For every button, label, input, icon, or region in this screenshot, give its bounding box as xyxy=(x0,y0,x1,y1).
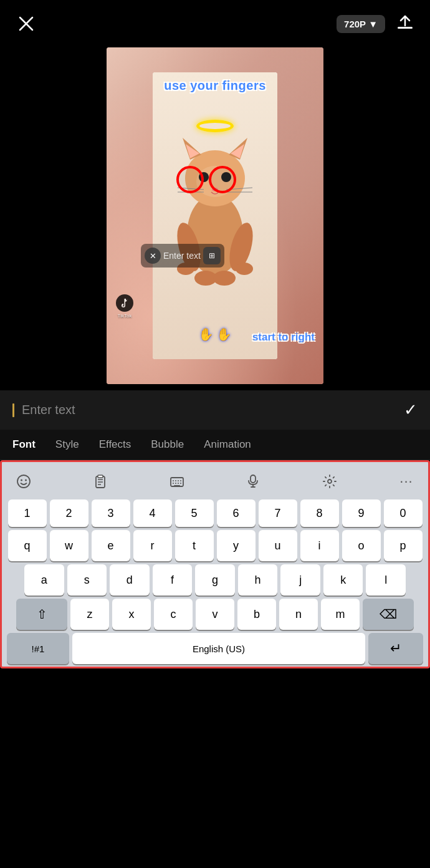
key-2[interactable]: 2 xyxy=(50,499,88,527)
glass-right xyxy=(209,166,236,193)
keyboard-bottom-row: !#1 English (US) ↵ xyxy=(4,633,426,664)
key-1[interactable]: 1 xyxy=(8,499,47,527)
key-t[interactable]: t xyxy=(175,530,214,561)
close-button[interactable] xyxy=(12,10,40,37)
keyboard-toolbar: ··· xyxy=(4,467,426,499)
key-4[interactable]: 4 xyxy=(133,499,172,527)
halo-decoration xyxy=(196,120,234,132)
key-j[interactable]: j xyxy=(280,564,320,596)
quality-selector[interactable]: 720P ▼ xyxy=(337,15,385,33)
text-cursor xyxy=(12,403,14,417)
key-5[interactable]: 5 xyxy=(175,499,214,527)
key-p[interactable]: p xyxy=(384,530,423,561)
more-options-icon[interactable]: ··· xyxy=(394,470,418,493)
top-right-controls: 720P ▼ xyxy=(337,11,418,36)
microphone-icon[interactable] xyxy=(241,470,265,493)
key-o[interactable]: o xyxy=(342,530,381,561)
tab-effects[interactable]: Effects xyxy=(99,438,131,451)
key-h[interactable]: h xyxy=(238,564,278,596)
cat-area: ✋ ✋ xyxy=(153,72,277,359)
letter-row-3: ⇧ z x c v b n m ⌫ xyxy=(4,599,426,630)
svg-point-24 xyxy=(21,480,22,481)
settings-icon[interactable] xyxy=(318,470,342,493)
svg-point-25 xyxy=(25,480,27,481)
svg-rect-31 xyxy=(171,478,183,486)
svg-rect-41 xyxy=(251,475,256,483)
text-input-placeholder[interactable]: Enter text xyxy=(22,403,396,417)
key-6[interactable]: 6 xyxy=(217,499,256,527)
key-9[interactable]: 9 xyxy=(342,499,381,527)
top-bar: 720P ▼ xyxy=(0,0,430,47)
key-a[interactable]: a xyxy=(24,564,64,596)
key-c[interactable]: c xyxy=(154,599,193,630)
key-x[interactable]: x xyxy=(112,599,151,630)
enter-text-label: Enter text xyxy=(163,251,201,261)
upload-button[interactable] xyxy=(393,11,418,36)
key-d[interactable]: d xyxy=(110,564,150,596)
svg-point-44 xyxy=(328,480,332,483)
tiktok-logo xyxy=(116,294,133,312)
number-row: 1 2 3 4 5 6 7 8 9 0 xyxy=(4,499,426,527)
video-frame: ✋ ✋ use your fingers TikTok ✕ Enter text… xyxy=(107,47,323,384)
enter-text-bubble[interactable]: ✕ Enter text ⊞ xyxy=(141,244,224,268)
key-s[interactable]: s xyxy=(67,564,107,596)
hands-decoration: ✋ ✋ xyxy=(198,327,232,342)
key-n[interactable]: n xyxy=(279,599,318,630)
clipboard-icon[interactable] xyxy=(88,470,112,493)
numeral-key[interactable]: !#1 xyxy=(7,633,69,664)
tab-font[interactable]: Font xyxy=(12,438,36,451)
tab-animation[interactable]: Animation xyxy=(204,438,251,451)
key-i[interactable]: i xyxy=(300,530,339,561)
confirm-button[interactable]: ✓ xyxy=(404,400,418,420)
svg-point-23 xyxy=(17,475,30,488)
key-y[interactable]: y xyxy=(217,530,256,561)
svg-rect-2 xyxy=(398,27,413,29)
glasses-decoration xyxy=(176,166,236,193)
key-3[interactable]: 3 xyxy=(92,499,130,527)
svg-point-20 xyxy=(236,263,253,275)
key-r[interactable]: r xyxy=(133,530,172,561)
svg-point-22 xyxy=(213,271,236,286)
glass-left xyxy=(176,166,204,193)
key-e[interactable]: e xyxy=(92,530,130,561)
overlay-text-bottom: start to right xyxy=(252,331,315,344)
letter-row-2: a s d f g h j k l xyxy=(4,564,426,596)
space-key[interactable]: English (US) xyxy=(72,633,365,664)
keyboard: ··· 1 2 3 4 5 6 7 8 9 0 q w e r t y u i … xyxy=(0,460,430,668)
key-b[interactable]: b xyxy=(237,599,276,630)
tiktok-watermark: TikTok xyxy=(116,294,133,319)
delete-key[interactable]: ⌫ xyxy=(363,599,414,630)
keyboard-layout-icon[interactable] xyxy=(165,470,189,493)
tab-style[interactable]: Style xyxy=(55,438,79,451)
key-l[interactable]: l xyxy=(366,564,406,596)
tiktok-label: TikTok xyxy=(118,313,132,319)
key-w[interactable]: w xyxy=(50,530,88,561)
tab-bubble[interactable]: Bubble xyxy=(151,438,184,451)
key-v[interactable]: v xyxy=(196,599,234,630)
preview-container: ✋ ✋ use your fingers TikTok ✕ Enter text… xyxy=(0,47,430,390)
key-z[interactable]: z xyxy=(70,599,109,630)
key-m[interactable]: m xyxy=(321,599,360,630)
copy-icon-button[interactable]: ⊞ xyxy=(203,247,221,264)
key-u[interactable]: u xyxy=(259,530,297,561)
overlay-text-top: use your fingers xyxy=(107,79,323,93)
key-8[interactable]: 8 xyxy=(300,499,339,527)
return-key[interactable]: ↵ xyxy=(368,633,423,664)
quality-arrow: ▼ xyxy=(368,19,378,29)
key-k[interactable]: k xyxy=(323,564,363,596)
quality-label: 720P xyxy=(344,19,366,29)
bubble-close-button[interactable]: ✕ xyxy=(145,248,161,264)
key-q[interactable]: q xyxy=(8,530,47,561)
key-f[interactable]: f xyxy=(153,564,193,596)
tabs-row: Font Style Effects Bubble Animation xyxy=(0,430,430,460)
inner-screen: ✋ ✋ xyxy=(153,72,277,359)
key-g[interactable]: g xyxy=(195,564,235,596)
shift-key[interactable]: ⇧ xyxy=(16,599,67,630)
text-input-bar: Enter text ✓ xyxy=(0,390,430,430)
letter-row-1: q w e r t y u i o p xyxy=(4,530,426,561)
key-7[interactable]: 7 xyxy=(259,499,297,527)
key-0[interactable]: 0 xyxy=(384,499,423,527)
svg-rect-27 xyxy=(98,475,103,478)
emoji-icon[interactable] xyxy=(12,470,36,493)
